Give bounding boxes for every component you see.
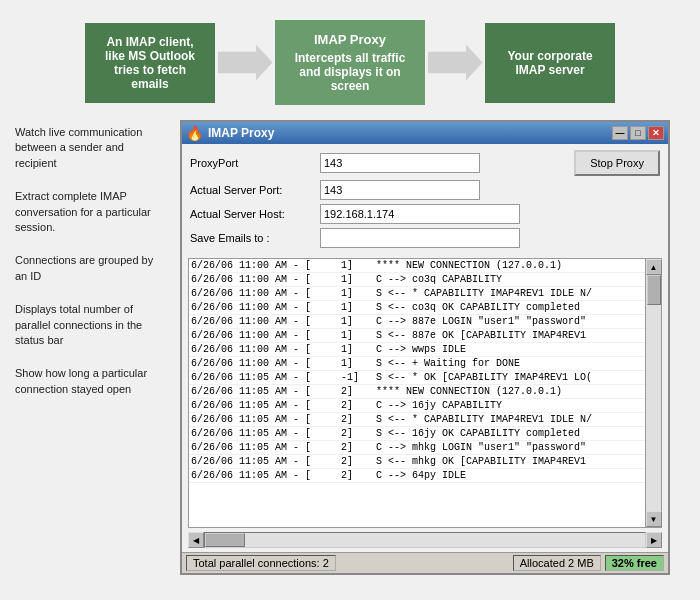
sidebar-section-1: Watch live communication between a sende… [15, 125, 165, 171]
log-scrollbar[interactable]: ▲ ▼ [645, 259, 661, 527]
form-row-proxy-port: ProxyPort Stop Proxy [190, 150, 660, 176]
scroll-track [646, 275, 661, 511]
proxy-port-label: ProxyPort [190, 157, 320, 169]
log-row: 6/26/06 11:00 AM - [1]S <-- + Waiting fo… [189, 357, 645, 371]
form-row-save-emails: Save Emails to : [190, 228, 660, 248]
arrow-2 [425, 43, 485, 83]
form-area: ProxyPort Stop Proxy Actual Server Port:… [182, 144, 668, 258]
scroll-right-button[interactable]: ▶ [646, 532, 662, 548]
form-row-server-host: Actual Server Host: [190, 204, 660, 224]
close-button[interactable]: ✕ [648, 126, 664, 140]
log-row: 6/26/06 11:00 AM - [1]C --> co3q CAPABIL… [189, 273, 645, 287]
log-rows[interactable]: 6/26/06 11:00 AM - [1]**** NEW CONNECTIO… [189, 259, 645, 509]
diagram-box-client: An IMAP client, like MS Outlook tries to… [85, 23, 215, 103]
connections-status: Total parallel connections: 2 [186, 555, 336, 571]
scroll-down-button[interactable]: ▼ [646, 511, 662, 527]
diagram-section: An IMAP client, like MS Outlook tries to… [0, 0, 700, 120]
log-content: 6/26/06 11:00 AM - [1]**** NEW CONNECTIO… [189, 259, 645, 527]
sidebar-section-4: Displays total number of parallel connec… [15, 302, 165, 348]
form-row-server-port: Actual Server Port: [190, 180, 660, 200]
log-row: 6/26/06 11:05 AM - [2]S <-- 16jy OK CAPA… [189, 427, 645, 441]
connections-label: Total parallel connections: 2 [193, 557, 329, 569]
h-scroll-track [204, 532, 646, 548]
log-row: 6/26/06 11:05 AM - [2]C --> 64py IDLE [189, 469, 645, 483]
log-row: 6/26/06 11:00 AM - [1]S <-- * CAPABILITY… [189, 287, 645, 301]
diagram-box-server: Your corporate IMAP server [485, 23, 615, 103]
log-row: 6/26/06 11:05 AM - [2]**** NEW CONNECTIO… [189, 385, 645, 399]
save-emails-label: Save Emails to : [190, 232, 320, 244]
status-bar: Total parallel connections: 2 Allocated … [182, 552, 668, 573]
title-bar-left: 🔥 IMAP Proxy [186, 125, 274, 141]
memory-status: Allocated 2 MB [513, 555, 601, 571]
log-row: 6/26/06 11:00 AM - [1]C --> 887e LOGIN "… [189, 315, 645, 329]
window-title: IMAP Proxy [208, 126, 274, 140]
stop-proxy-button[interactable]: Stop Proxy [574, 150, 660, 176]
server-host-label: Actual Server Host: [190, 208, 320, 220]
server-host-input[interactable] [320, 204, 520, 224]
log-row: 6/26/06 11:05 AM - [2]C --> 16jy CAPABIL… [189, 399, 645, 413]
sidebar-text-3: Connections are grouped by an ID [15, 254, 153, 281]
sidebar-text-5: Show how long a particular connection st… [15, 367, 147, 394]
free-status: 32% free [605, 555, 664, 571]
sidebar: Watch live communication between a sende… [10, 120, 170, 575]
diagram-box-proxy: IMAP Proxy Intercepts all traffic and di… [275, 20, 425, 105]
minimize-button[interactable]: — [612, 126, 628, 140]
diagram-proxy-body: Intercepts all traffic and displays it o… [289, 51, 411, 93]
arrow-shape-2 [428, 45, 483, 81]
main-area: Watch live communication between a sende… [0, 120, 700, 575]
log-row: 6/26/06 11:00 AM - [1]**** NEW CONNECTIO… [189, 259, 645, 273]
server-port-label: Actual Server Port: [190, 184, 320, 196]
memory-label: Allocated 2 MB [520, 557, 594, 569]
sidebar-section-3: Connections are grouped by an ID [15, 253, 165, 284]
free-label: 32% free [612, 557, 657, 569]
log-row: 6/26/06 11:00 AM - [1]C --> wwps IDLE [189, 343, 645, 357]
log-row: 6/26/06 11:05 AM - [2]C --> mhkg LOGIN "… [189, 441, 645, 455]
sidebar-section-5: Show how long a particular connection st… [15, 366, 165, 397]
scroll-left-button[interactable]: ◀ [188, 532, 204, 548]
diagram-proxy-title: IMAP Proxy [289, 32, 411, 47]
log-row: 6/26/06 11:05 AM - [2]S <-- mhkg OK [CAP… [189, 455, 645, 469]
proxy-port-input[interactable] [320, 153, 480, 173]
title-bar: 🔥 IMAP Proxy — □ ✕ [182, 122, 668, 144]
log-row: 6/26/06 11:05 AM - [-1]S <-- * OK [CAPAB… [189, 371, 645, 385]
sidebar-text-1: Watch live communication between a sende… [15, 126, 142, 169]
title-bar-buttons[interactable]: — □ ✕ [612, 126, 664, 140]
maximize-button[interactable]: □ [630, 126, 646, 140]
sidebar-section-2: Extract complete IMAP conversation for a… [15, 189, 165, 235]
log-row: 6/26/06 11:00 AM - [1]S <-- 887e OK [CAP… [189, 329, 645, 343]
log-scroll-container: 6/26/06 11:00 AM - [1]**** NEW CONNECTIO… [188, 258, 662, 528]
window-icon: 🔥 [186, 125, 203, 141]
arrow-1 [215, 43, 275, 83]
save-emails-input[interactable] [320, 228, 520, 248]
server-port-input[interactable] [320, 180, 480, 200]
sidebar-text-4: Displays total number of parallel connec… [15, 303, 142, 346]
proxy-window: 🔥 IMAP Proxy — □ ✕ ProxyPort Stop Proxy … [180, 120, 670, 575]
horizontal-scrollbar[interactable]: ◀ ▶ [188, 532, 662, 548]
arrow-shape-1 [218, 45, 273, 81]
h-scroll-thumb[interactable] [205, 533, 245, 547]
scroll-thumb[interactable] [647, 275, 661, 305]
log-row: 6/26/06 11:00 AM - [1]S <-- co3q OK CAPA… [189, 301, 645, 315]
sidebar-text-2: Extract complete IMAP conversation for a… [15, 190, 151, 233]
scroll-up-button[interactable]: ▲ [646, 259, 662, 275]
log-row: 6/26/06 11:05 AM - [2]S <-- * CAPABILITY… [189, 413, 645, 427]
